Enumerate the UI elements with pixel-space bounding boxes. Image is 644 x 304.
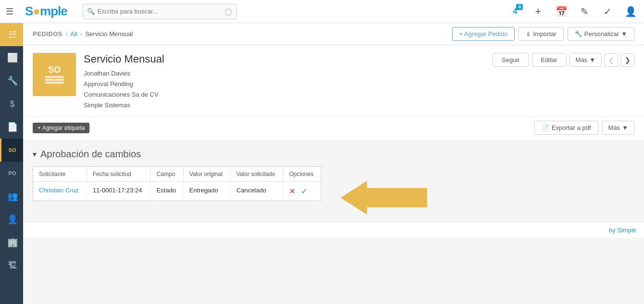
record-company2: Simple Sistemas <box>84 100 485 111</box>
col-campo: Campo <box>151 167 183 182</box>
po-icon: PO <box>9 170 16 176</box>
add-order-button[interactable]: + Agregar Pedido <box>452 27 515 41</box>
footer-text: by Simple <box>609 227 636 234</box>
more-button[interactable]: Más ▼ <box>569 53 602 67</box>
export-pdf-button[interactable]: 📄 Exportar a pdf <box>534 121 598 135</box>
col-solicitante: Solicitante <box>33 167 87 182</box>
record-company1: Comunicaciones Sa de CV <box>84 89 485 100</box>
col-valor-solicitado: Valor solicitado <box>230 167 283 182</box>
sidebar-item-po[interactable]: PO <box>0 162 23 185</box>
import-button[interactable]: ⇓ Importar <box>518 27 563 41</box>
record-icon: SO <box>33 53 76 96</box>
sidebar-item-tools[interactable]: 🔧 <box>0 69 23 92</box>
so-lines <box>45 76 64 84</box>
person-icon: 👤 <box>7 214 18 225</box>
sidebar-item-person[interactable]: 👤 <box>0 208 23 231</box>
table-section-row: Solicitante Fecha solicitud Campo Valor … <box>33 166 634 215</box>
sidebar-item-so[interactable]: SO <box>0 139 23 162</box>
breadcrumb-all-link[interactable]: All <box>70 30 77 38</box>
record-title: Servicio Mensual <box>84 53 485 65</box>
search-input[interactable] <box>98 8 225 15</box>
approve-button[interactable]: ✓ <box>301 187 307 195</box>
record-author: Jonathan Davies <box>84 68 485 79</box>
yellow-arrow <box>341 181 427 215</box>
edit-button[interactable]: Editar <box>532 53 567 67</box>
section-title: ▾ Aprobación de cambios <box>33 149 634 160</box>
nav-plus-icon[interactable]: + <box>530 4 546 19</box>
col-valor-original: Valor original <box>183 167 230 182</box>
search-bar[interactable]: 🔍 ◯ <box>83 4 237 19</box>
add-tag-button[interactable]: + Agregar etiqueta <box>33 123 89 133</box>
sidebar-item-building[interactable]: 🏗 <box>0 254 23 277</box>
follow-button[interactable]: Seguir <box>492 53 529 67</box>
company-icon: 🏢 <box>7 237 18 248</box>
sidebar-item-packages[interactable]: ⬜ <box>0 46 23 69</box>
notification-badge: 4 <box>516 4 523 10</box>
hamburger-icon[interactable]: ☰ <box>6 6 19 17</box>
section-title-text: Aprobación de cambios <box>40 149 141 160</box>
search-icon: 🔍 <box>87 8 95 15</box>
cell-valor-solicitado: Cancelado <box>230 182 283 201</box>
tools-icon: 🔧 <box>7 76 18 86</box>
breadcrumb-actions: + Agregar Pedido ⇓ Importar 🔧 Personaliz… <box>452 27 634 41</box>
col-opciones: Opciones <box>283 167 321 182</box>
arrow-container <box>341 181 427 215</box>
packages-icon: ⬜ <box>7 52 18 63</box>
orders-icon: ☷ <box>9 29 16 40</box>
pdf-icon: 📄 <box>542 124 549 131</box>
logo-dot: ● <box>33 4 40 19</box>
breadcrumb-sep1: › <box>65 30 67 38</box>
record-meta: Jonathan Davies Approval Pending Comunic… <box>84 68 485 111</box>
search-clear-icon[interactable]: ◯ <box>225 8 232 15</box>
reject-button[interactable]: ✕ <box>289 187 295 195</box>
tag-right-actions: 📄 Exportar a pdf Más ▼ <box>534 121 634 135</box>
col-fecha: Fecha solicitud <box>87 167 151 182</box>
breadcrumb-root: PEDIDOS <box>33 30 63 38</box>
customize-button[interactable]: 🔧 Personalizar ▼ <box>568 27 634 41</box>
sidebar-item-docs[interactable]: 📄 <box>0 115 23 139</box>
chevron-down-icon: ▼ <box>622 124 628 131</box>
team-icon: 👥 <box>7 191 18 202</box>
wrench-icon: 🔧 <box>575 30 582 38</box>
import-icon: ⇓ <box>526 30 531 38</box>
app-logo: S●mple <box>25 4 67 19</box>
nav-calendar-icon[interactable]: 📅 <box>554 4 569 19</box>
prev-arrow-button[interactable]: ❮ <box>605 53 618 67</box>
billing-icon: $ <box>10 99 14 109</box>
sidebar-item-billing[interactable]: $ <box>0 92 23 115</box>
sidebar-item-team[interactable]: 👥 <box>0 185 23 208</box>
nav-icons: 4 4 + 📅 ✎ ✓ 👤 <box>507 4 638 19</box>
cell-fecha: 11-0001-17:23:24 <box>87 182 151 201</box>
so-icon: SO <box>9 147 16 153</box>
nav-chart-icon[interactable]: ✎ <box>577 4 592 19</box>
sidebar-item-orders[interactable]: ☷ <box>0 23 23 46</box>
breadcrumb-bar: PEDIDOS › All › Servicio Mensual + Agreg… <box>23 23 644 45</box>
tag-area: + Agregar etiqueta 📄 Exportar a pdf Más … <box>23 117 644 141</box>
nav-badge-icon[interactable]: 4 4 <box>507 4 523 19</box>
top-nav: ☰ S●mple 🔍 ◯ 4 4 + 📅 ✎ ✓ 👤 <box>0 0 644 23</box>
so-text: SO <box>48 65 61 74</box>
docs-icon: 📄 <box>7 122 18 132</box>
next-arrow-button[interactable]: ❯ <box>621 53 634 67</box>
chevron-down-icon: ▼ <box>621 30 627 38</box>
footer: by Simple <box>23 222 644 238</box>
nav-check-icon[interactable]: ✓ <box>600 4 615 19</box>
content-area: PEDIDOS › All › Servicio Mensual + Agreg… <box>23 23 644 304</box>
approval-section: ▾ Aprobación de cambios Solicitante Fech… <box>23 141 644 222</box>
solicitante-link[interactable]: Christian Cruz <box>39 187 78 194</box>
tag-more-button[interactable]: Más ▼ <box>602 121 634 135</box>
breadcrumb-sep2: › <box>80 30 82 38</box>
sidebar-item-company[interactable]: 🏢 <box>0 231 23 254</box>
approval-table: Solicitante Fecha solicitud Campo Valor … <box>33 166 321 201</box>
cell-valor-original: Entregado <box>183 182 230 201</box>
chevron-down-icon: ▼ <box>589 56 595 63</box>
nav-user-icon[interactable]: 👤 <box>623 4 638 19</box>
record-header: SO Servicio Mensual Jonathan Davies Appr… <box>23 45 644 117</box>
record-actions: Seguir Editar Más ▼ ❮ ❯ <box>492 53 634 67</box>
cell-opciones: ✕ ✓ <box>283 182 321 201</box>
sidebar: ☷ ⬜ 🔧 $ 📄 SO PO 👥 👤 🏢 🏗 <box>0 23 23 304</box>
cell-campo: Estado <box>151 182 183 201</box>
section-toggle[interactable]: ▾ <box>33 150 37 159</box>
record-info: Servicio Mensual Jonathan Davies Approva… <box>84 53 485 111</box>
main-layout: ☷ ⬜ 🔧 $ 📄 SO PO 👥 👤 🏢 🏗 <box>0 23 644 304</box>
